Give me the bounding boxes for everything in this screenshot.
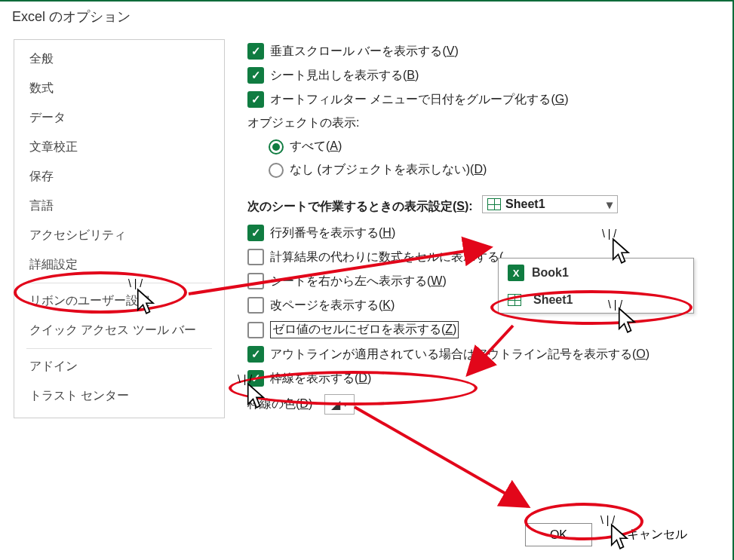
objects-heading: オブジェクトの表示: — [247, 112, 717, 135]
sidebar-item-addins[interactable]: アドイン — [14, 352, 224, 381]
check-sheet-tabs[interactable]: シート見出しを表示する(B) — [247, 63, 717, 87]
checkbox-icon[interactable] — [247, 225, 264, 241]
checkbox-icon[interactable] — [247, 322, 264, 338]
sidebar: 全般 数式 データ 文章校正 保存 言語 アクセシビリティ 詳細設定 リボンのユ… — [14, 39, 225, 418]
checkbox-icon[interactable] — [247, 249, 264, 265]
checkbox-icon[interactable] — [247, 346, 264, 363]
sidebar-item-advanced[interactable]: 詳細設定 — [14, 250, 224, 280]
check-show-zero-values[interactable]: ゼロ値のセルにゼロを表示する(Z) — [247, 317, 717, 342]
checkbox-icon[interactable] — [247, 91, 264, 108]
checkbox-icon[interactable] — [247, 43, 264, 60]
section-worksheet-display: 次のシートで作業するときの表示設定(S): Sheet1 — [247, 182, 717, 221]
sheet-icon — [487, 198, 501, 210]
sidebar-item-proofing[interactable]: 文章校正 — [14, 133, 224, 162]
sidebar-item-customize-ribbon[interactable]: リボンのユーザー設定 — [14, 286, 224, 316]
check-row-col-headers[interactable]: 行列番号を表示する(H) — [247, 221, 717, 245]
dropdown-item-sheet1[interactable]: Sheet1 — [499, 287, 693, 313]
radio-objects-all[interactable]: すべて(A) — [269, 135, 717, 158]
cancel-button[interactable]: キャンセル — [603, 523, 711, 546]
sidebar-item-language[interactable]: 言語 — [14, 191, 224, 221]
radio-objects-none[interactable]: なし (オブジェクトを表示しない)(D) — [269, 158, 717, 182]
main-panel: 垂直スクロール バーを表示する(V) シート見出しを表示する(B) オートフィル… — [225, 32, 732, 418]
gridline-color-button[interactable] — [324, 394, 355, 415]
sidebar-item-general[interactable]: 全般 — [14, 44, 224, 74]
sidebar-item-formulas[interactable]: 数式 — [14, 74, 224, 103]
sidebar-item-save[interactable]: 保存 — [14, 162, 224, 191]
checkbox-icon[interactable] — [247, 297, 264, 314]
sheet-dropdown[interactable]: Sheet1 — [482, 195, 618, 213]
check-gridlines[interactable]: 枠線を表示する(D) — [247, 366, 717, 390]
dropdown-item-book1[interactable]: X Book1 — [499, 259, 693, 287]
checkbox-icon[interactable] — [247, 370, 264, 387]
svg-line-2 — [355, 407, 528, 506]
sidebar-item-data[interactable]: データ — [14, 103, 224, 133]
paint-bucket-icon — [331, 397, 340, 412]
check-outline-symbols[interactable]: アウトラインが適用されている場合はアウトライン記号を表示する(O) — [247, 342, 717, 366]
radio-icon[interactable] — [269, 139, 284, 155]
sheet-icon — [508, 294, 521, 306]
checkbox-icon[interactable] — [247, 273, 264, 289]
sidebar-item-accessibility[interactable]: アクセシビリティ — [14, 221, 224, 250]
excel-icon: X — [508, 265, 524, 281]
check-autofilter-group-dates[interactable]: オートフィルター メニューで日付をグループ化する(G) — [247, 87, 717, 112]
sheet-dropdown-list: X Book1 Sheet1 — [498, 258, 694, 314]
sidebar-item-trust-center[interactable]: トラスト センター — [14, 381, 224, 411]
sidebar-item-quick-access[interactable]: クイック アクセス ツール バー — [14, 316, 224, 345]
checkbox-icon[interactable] — [247, 67, 264, 84]
check-vertical-scrollbar[interactable]: 垂直スクロール バーを表示する(V) — [247, 39, 717, 63]
dialog-title: Excel のオプション — [0, 2, 732, 32]
ok-button[interactable]: OK — [525, 523, 592, 546]
radio-icon[interactable] — [269, 163, 284, 178]
gridline-color-row: 枠線の色(D) — [247, 390, 717, 418]
